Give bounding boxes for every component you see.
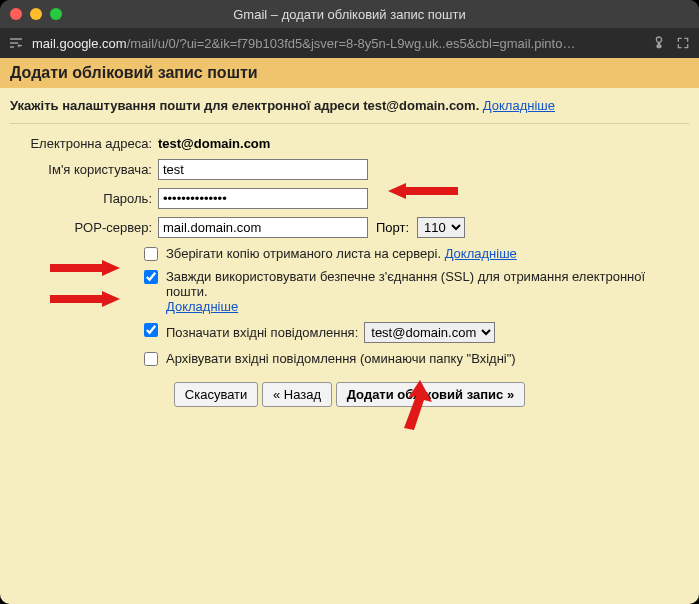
username-input[interactable]: [158, 159, 368, 180]
row-email: Електронна адреса: test@domain.com: [10, 132, 689, 155]
label-incoming-text: Позначати вхідні повідомлення:: [166, 325, 358, 340]
port-select[interactable]: 110: [417, 217, 465, 238]
instructions-prefix: Укажіть налаштування пошти для електронн…: [10, 98, 363, 113]
instructions-email: test@domain.com: [363, 98, 475, 113]
row-leave-copy: Зберігати копію отриманого листа на серв…: [10, 242, 689, 265]
url-bar[interactable]: mail.google.com/mail/u/0/?ui=2&ik=f79b10…: [0, 28, 699, 58]
titlebar: Gmail – додати обліковий запис пошти: [0, 0, 699, 28]
row-archive: Архівувати вхідні повідомлення (оминаючи…: [10, 347, 689, 370]
instructions-suffix: .: [476, 98, 483, 113]
expand-icon[interactable]: [675, 35, 691, 51]
archive-label: Архівувати вхідні повідомлення (оминаючи…: [166, 351, 516, 366]
email-value: test@domain.com: [158, 136, 270, 151]
page-url: mail.google.com/mail/u/0/?ui=2&ik=f79b10…: [32, 36, 643, 51]
url-path: /mail/u/0/?ui=2&ik=f79b103fd5&jsver=8-8y…: [127, 36, 576, 51]
ssl-learn-more-link[interactable]: Докладніше: [166, 299, 689, 314]
password-input[interactable]: [158, 188, 368, 209]
page-body: Додати обліковий запис пошти Укажіть нал…: [0, 58, 699, 604]
learn-more-link[interactable]: Докладніше: [483, 98, 555, 113]
row-pop: POP-сервер: Порт: 110: [10, 213, 689, 242]
password-label: Пароль:: [10, 191, 158, 206]
window-title: Gmail – додати обліковий запис пошти: [0, 7, 699, 22]
username-label: Ім'я користувача:: [10, 162, 158, 177]
leave-copy-label: Зберігати копію отриманого листа на серв…: [166, 246, 445, 261]
row-label-incoming: Позначати вхідні повідомлення: test@doma…: [10, 318, 689, 347]
back-button[interactable]: « Назад: [262, 382, 332, 407]
row-password: Пароль:: [10, 184, 689, 213]
leave-copy-checkbox[interactable]: [144, 247, 158, 261]
leave-copy-learn-more-link[interactable]: Докладніше: [445, 246, 517, 261]
url-host: mail.google.com: [32, 36, 127, 51]
ssl-checkbox[interactable]: [144, 270, 158, 284]
tune-icon: [8, 35, 24, 51]
instructions-text: Укажіть налаштування пошти для електронн…: [0, 88, 699, 123]
row-ssl: Завжди використовувати безпечне з'єднанн…: [10, 265, 689, 318]
pop-input[interactable]: [158, 217, 368, 238]
ssl-label: Завжди використовувати безпечне з'єднанн…: [166, 269, 645, 299]
page-heading: Додати обліковий запис пошти: [0, 58, 699, 88]
port-label: Порт:: [376, 220, 409, 235]
action-buttons: Скасувати « Назад Додати обліковий запис…: [10, 370, 689, 407]
label-incoming-select[interactable]: test@domain.com: [364, 322, 495, 343]
row-username: Ім'я користувача:: [10, 155, 689, 184]
key-icon: [651, 35, 667, 51]
email-label: Електронна адреса:: [10, 136, 158, 151]
cancel-button[interactable]: Скасувати: [174, 382, 259, 407]
add-account-button[interactable]: Додати обліковий запис »: [336, 382, 525, 407]
label-incoming-checkbox[interactable]: [144, 323, 158, 337]
archive-checkbox[interactable]: [144, 352, 158, 366]
form-area: Електронна адреса: test@domain.com Ім'я …: [0, 124, 699, 427]
pop-label: POP-сервер:: [10, 220, 158, 235]
